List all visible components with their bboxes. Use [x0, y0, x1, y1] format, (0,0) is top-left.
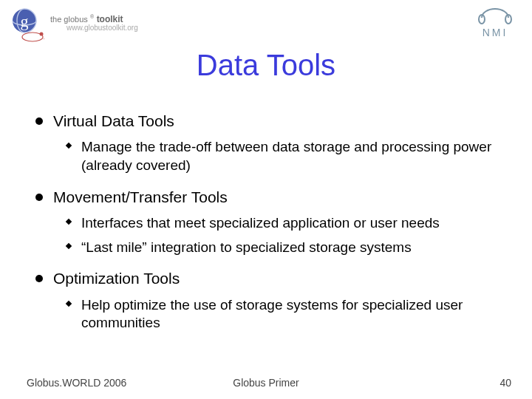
svg-point-3: [40, 33, 44, 36]
l1-heading: Optimization Tools: [53, 268, 502, 288]
diamond-bullet-icon: [65, 300, 72, 332]
section-virtual-data-tools: Virtual Data Tools Manage the trade-off …: [35, 111, 502, 175]
slide-title: Data Tools: [0, 49, 532, 82]
footer-center: Globus Primer: [0, 377, 532, 389]
svg-rect-7: [66, 143, 72, 149]
svg-text:g: g: [21, 12, 29, 30]
l2-text: Help optimize the use of storage systems…: [81, 296, 502, 332]
disc-bullet-icon: [35, 117, 43, 125]
diamond-bullet-icon: [65, 218, 72, 233]
footer-page-number: 40: [499, 377, 511, 389]
section-movement-transfer-tools: Movement/Transfer Tools Interfaces that …: [35, 187, 502, 257]
tm-icon: ®: [90, 14, 94, 19]
globus-url: www.globustoolkit.org: [66, 24, 138, 32]
globus-g-icon: g T: [4, 4, 44, 44]
globus-line1: the globus: [50, 15, 88, 24]
nmi-label: NMI: [473, 27, 517, 38]
l2-text: Interfaces that meet specialized applica…: [81, 214, 502, 233]
svg-rect-10: [66, 300, 72, 306]
l2-text: Manage the trade-off between data storag…: [81, 138, 502, 174]
nmi-logo: NMI: [473, 7, 517, 38]
globus-toolkit-logo: g T the globus ® toolkit www.globustoolk…: [4, 4, 174, 49]
slide-body: Virtual Data Tools Manage the trade-off …: [35, 111, 502, 344]
section-optimization-tools: Optimization Tools Help optimize the use…: [35, 268, 502, 332]
slide: g T the globus ® toolkit www.globustoolk…: [0, 0, 532, 399]
headset-icon: [473, 7, 517, 25]
diamond-bullet-icon: [65, 242, 72, 257]
l1-heading: Virtual Data Tools: [53, 111, 502, 131]
svg-rect-9: [66, 242, 72, 248]
disc-bullet-icon: [35, 275, 43, 282]
l2-text: “Last mile” integration to specialized s…: [81, 239, 502, 257]
disc-bullet-icon: [35, 194, 43, 201]
svg-text:T: T: [44, 37, 44, 44]
svg-rect-8: [66, 219, 72, 225]
diamond-bullet-icon: [65, 142, 72, 174]
l1-heading: Movement/Transfer Tools: [53, 187, 502, 207]
globus-line2: toolkit: [97, 14, 123, 24]
globus-text: the globus ® toolkit: [50, 12, 123, 24]
